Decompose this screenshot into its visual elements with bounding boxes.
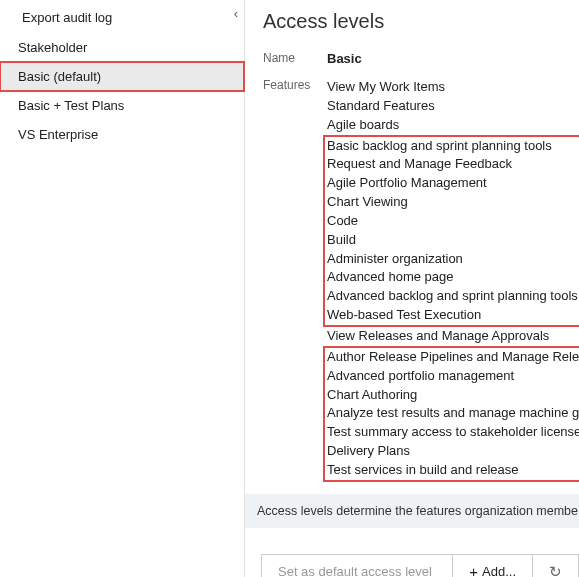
feature-item: Test services in build and release: [327, 461, 579, 480]
collapse-icon[interactable]: ‹: [234, 6, 238, 21]
feature-item: View My Work Items: [327, 78, 579, 97]
toolbar: Set as default access level + Add... ↻: [261, 554, 579, 577]
refresh-button[interactable]: ↻: [533, 555, 578, 577]
feature-item: Chart Viewing: [327, 193, 579, 212]
main-panel: Access levels Name Basic Features View M…: [245, 0, 579, 577]
page-title: Access levels: [263, 10, 579, 33]
feature-item: Author Release Pipelines and Manage Rele…: [327, 348, 579, 367]
sidebar-item-stakeholder[interactable]: Stakeholder: [0, 33, 244, 62]
features-list: View My Work Items Standard Features Agi…: [327, 78, 579, 482]
sidebar-item-vs-enterprise[interactable]: VS Enterprise: [0, 120, 244, 149]
feature-item: Request and Manage Feedback: [327, 155, 579, 174]
feature-item: Chart Authoring: [327, 386, 579, 405]
sidebar-item-basic[interactable]: Basic (default): [0, 62, 244, 91]
feature-item: Code: [327, 212, 579, 231]
info-bar: Access levels determine the features org…: [245, 494, 579, 528]
feature-item: Standard Features: [327, 97, 579, 116]
feature-item: Agile boards: [327, 116, 579, 135]
add-button[interactable]: + Add...: [453, 555, 533, 577]
refresh-icon: ↻: [549, 563, 562, 577]
feature-highlight-box: Author Release Pipelines and Manage Rele…: [323, 346, 579, 482]
feature-item: Advanced portfolio management: [327, 367, 579, 386]
feature-item: Delivery Plans: [327, 442, 579, 461]
name-value: Basic: [327, 51, 579, 66]
export-audit-log-link[interactable]: Export audit log: [22, 10, 112, 25]
add-button-label: Add...: [482, 564, 516, 577]
feature-item: Analyze test results and manage machine …: [327, 404, 579, 423]
feature-item: Administer organization: [327, 250, 579, 269]
set-default-button[interactable]: Set as default access level: [262, 555, 453, 577]
sidebar: Export audit log ‹ Stakeholder Basic (de…: [0, 0, 245, 577]
sidebar-header: Export audit log ‹: [0, 4, 244, 33]
feature-item: Build: [327, 231, 579, 250]
feature-item: Agile Portfolio Management: [327, 174, 579, 193]
feature-item: Advanced backlog and sprint planning too…: [327, 287, 579, 306]
features-label: Features: [263, 78, 327, 482]
feature-item: Basic backlog and sprint planning tools: [327, 137, 579, 156]
plus-icon: +: [469, 563, 478, 577]
feature-item: Advanced home page: [327, 268, 579, 287]
feature-highlight-box: Basic backlog and sprint planning tools …: [323, 135, 579, 327]
name-label: Name: [263, 51, 327, 66]
feature-item: View Releases and Manage Approvals: [327, 327, 579, 346]
sidebar-item-basic-test-plans[interactable]: Basic + Test Plans: [0, 91, 244, 120]
feature-item: Test summary access to stakeholder licen…: [327, 423, 579, 442]
feature-item: Web-based Test Execution: [327, 306, 579, 325]
